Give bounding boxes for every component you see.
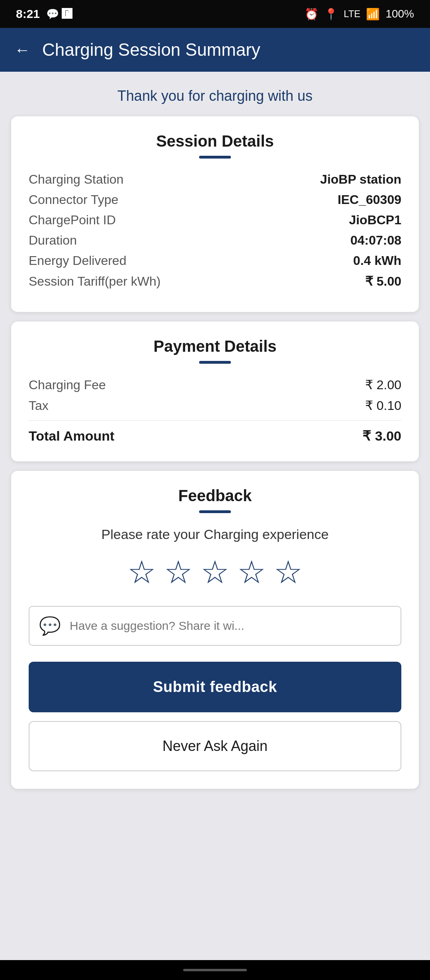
total-amount-value: ₹ 3.00 <box>362 428 401 444</box>
feedback-card: Feedback Please rate your Charging exper… <box>11 471 419 789</box>
wifi-icon: 📶 <box>366 8 380 21</box>
status-icons: ⏰ 📍 LTE 📶 100% <box>305 8 414 21</box>
star-3[interactable]: ☆ <box>201 557 229 588</box>
tax-row: Tax ₹ 0.10 <box>29 398 401 413</box>
star-4[interactable]: ☆ <box>237 557 266 588</box>
session-tariff-value: ₹ 5.00 <box>365 274 401 289</box>
table-row: Duration 04:07:08 <box>29 233 401 248</box>
table-row: Charging Station JioBP station <box>29 172 401 187</box>
charging-fee-label: Charging Fee <box>29 378 106 392</box>
feedback-title: Feedback <box>29 487 401 505</box>
never-ask-again-button[interactable]: Never Ask Again <box>29 721 401 771</box>
star-5[interactable]: ☆ <box>274 557 303 588</box>
main-content: Thank you for charging with us Session D… <box>0 72 430 960</box>
payment-title-divider <box>199 361 231 364</box>
submit-feedback-button[interactable]: Submit feedback <box>29 662 401 712</box>
home-indicator <box>183 969 247 971</box>
table-row: ChargePoint ID JioBCP1 <box>29 213 401 227</box>
bottom-bar <box>0 960 430 980</box>
chargepoint-id-value: JioBCP1 <box>349 213 401 227</box>
energy-delivered-value: 0.4 kWh <box>353 253 401 268</box>
suggestion-input-wrapper[interactable]: 💬 <box>29 606 401 646</box>
alarm-icon: ⏰ <box>305 8 319 21</box>
back-arrow-icon: ← <box>14 41 30 59</box>
session-details-card: Session Details Charging Station JioBP s… <box>11 116 419 312</box>
total-amount-row: Total Amount ₹ 3.00 <box>29 428 401 444</box>
total-amount-label: Total Amount <box>29 428 114 444</box>
back-button[interactable]: ← <box>14 41 30 59</box>
charging-station-label: Charging Station <box>29 172 123 187</box>
duration-label: Duration <box>29 233 77 248</box>
session-details-title: Session Details <box>29 132 401 150</box>
duration-value: 04:07:08 <box>350 233 401 248</box>
signal-icon: LTE <box>344 8 360 20</box>
message-icon: 💬 <box>39 615 61 636</box>
feedback-title-divider <box>199 510 231 513</box>
page-title: Charging Session Summary <box>42 40 260 60</box>
status-bar: 8:21 💬 🅿 ⏰ 📍 LTE 📶 100% <box>0 0 430 28</box>
chargepoint-id-label: ChargePoint ID <box>29 213 116 227</box>
payment-details-title: Payment Details <box>29 337 401 355</box>
status-time: 8:21 💬 🅿 <box>16 7 72 21</box>
location-icon: 📍 <box>324 8 338 21</box>
tax-label: Tax <box>29 398 49 413</box>
payment-divider <box>29 420 401 421</box>
tax-value: ₹ 0.10 <box>365 398 401 413</box>
feedback-subtitle: Please rate your Charging experience <box>29 527 401 542</box>
table-row: Energy Delivered 0.4 kWh <box>29 253 401 268</box>
charging-fee-value: ₹ 2.00 <box>365 377 401 392</box>
energy-delivered-label: Energy Delivered <box>29 253 126 268</box>
star-rating[interactable]: ☆ ☆ ☆ ☆ ☆ <box>29 557 401 588</box>
star-2[interactable]: ☆ <box>164 557 193 588</box>
thank-you-text: Thank you for charging with us <box>11 84 419 107</box>
suggestion-input[interactable] <box>70 619 391 633</box>
connector-type-label: Connector Type <box>29 192 118 207</box>
notification-icons: 💬 🅿 <box>46 8 72 20</box>
payment-details-card: Payment Details Charging Fee ₹ 2.00 Tax … <box>11 321 419 461</box>
session-tariff-label: Session Tariff(per kWh) <box>29 274 160 289</box>
charging-station-value: JioBP station <box>320 172 401 187</box>
table-row: Session Tariff(per kWh) ₹ 5.00 <box>29 274 401 289</box>
star-1[interactable]: ☆ <box>127 557 156 588</box>
connector-type-value: IEC_60309 <box>338 192 401 207</box>
session-title-divider <box>199 156 231 159</box>
charging-fee-row: Charging Fee ₹ 2.00 <box>29 377 401 392</box>
app-header: ← Charging Session Summary <box>0 28 430 72</box>
battery-icon: 100% <box>385 8 414 20</box>
table-row: Connector Type IEC_60309 <box>29 192 401 207</box>
